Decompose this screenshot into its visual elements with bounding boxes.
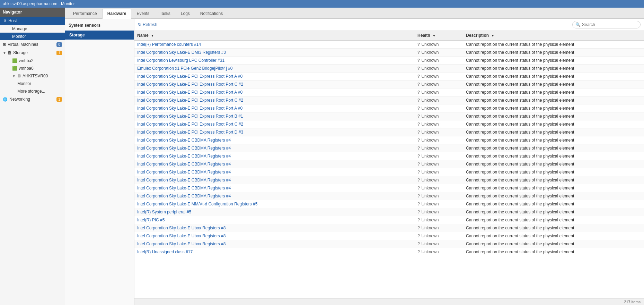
sidebar-item-vmhba2[interactable]: 🟩 vmhba2 [0, 57, 65, 65]
table-row[interactable]: Intel Corporation Sky Lake-E CBDMA Regis… [134, 144, 644, 152]
table-row[interactable]: Intel(R) Performance counters #14?Unknow… [134, 40, 644, 49]
cell-description: Cannot report on the current status of t… [463, 144, 644, 152]
table-row[interactable]: Intel(R) PIC #5?UnknownCannot report on … [134, 216, 644, 224]
sidebar-item-ahkitsvr00[interactable]: ▼ 🖥 AHKITSVR00 [0, 72, 65, 80]
monitor-sub-label: Monitor [17, 81, 31, 86]
cell-expand [456, 232, 463, 240]
table-row[interactable]: Intel Corporation Sky Lake-E PCI Express… [134, 128, 644, 136]
health-value: Unknown [421, 162, 439, 167]
cell-name: Intel Corporation Sky Lake-E PCI Express… [134, 81, 415, 88]
table-row[interactable]: Intel Corporation Sky Lake-E CBDMA Regis… [134, 160, 644, 168]
table-row[interactable]: Intel Corporation Sky Lake-E DMI3 Regist… [134, 49, 644, 57]
col-health[interactable]: Health ▼ [415, 31, 456, 40]
sidebar-item-virtual-machines[interactable]: ⊞ Virtual Machines 0 [0, 40, 65, 49]
cell-name: Intel Corporation Sky Lake-E CBDMA Regis… [134, 136, 415, 144]
sidebar-item-storage[interactable]: ▼ 🗄 Storage 1 [0, 49, 65, 57]
search-input[interactable] [582, 22, 637, 27]
table-row[interactable]: Intel Corporation Sky Lake-E CBDMA Regis… [134, 192, 644, 200]
cell-description: Cannot report on the current status of t… [463, 224, 644, 232]
cell-expand [456, 96, 463, 104]
table-row[interactable]: Emulex Corporation x1 PCle Gen2 Bridge[P… [134, 65, 644, 73]
sidebar-item-manage[interactable]: Manage [0, 25, 65, 33]
navigator-label: Navigator [3, 10, 22, 15]
question-mark-icon: ? [417, 130, 420, 135]
table-row[interactable]: Intel Corporation Sky Lake-E PCI Express… [134, 96, 644, 104]
cell-description: Cannot report on the current status of t… [463, 112, 644, 120]
cell-expand [456, 184, 463, 192]
cell-description: Cannot report on the current status of t… [463, 248, 644, 256]
cell-expand [456, 176, 463, 184]
sidebar-item-monitor-sub[interactable]: Monitor [0, 80, 65, 87]
cell-name: Intel Corporation Sky Lake-E CBDMA Regis… [134, 144, 415, 152]
host-label: Host [8, 18, 17, 23]
sidebar-item-vmhba0[interactable]: 🟩 vmhba0 [0, 65, 65, 72]
question-mark-icon: ? [417, 98, 420, 103]
tab-tasks[interactable]: Tasks [155, 9, 176, 18]
host-icon: 🖥 [3, 19, 7, 23]
table-row[interactable]: Intel Corporation Sky Lake-E CBDMA Regis… [134, 152, 644, 160]
table-row[interactable]: Intel Corporation Sky Lake-E PCI Express… [134, 120, 644, 128]
cell-expand [456, 81, 463, 88]
cell-description: Cannot report on the current status of t… [463, 168, 644, 176]
cell-description: Cannot report on the current status of t… [463, 184, 644, 192]
table-row[interactable]: Intel Corporation Sky Lake-E PCI Express… [134, 104, 644, 112]
cell-health: ?Unknown [415, 168, 456, 176]
sidebar-item-monitor[interactable]: Monitor [0, 33, 65, 40]
table-row[interactable]: Intel(R) System peripheral #5?UnknownCan… [134, 208, 644, 216]
cell-description: Cannot report on the current status of t… [463, 176, 644, 184]
table-row[interactable]: Intel Corporation Sky Lake-E CBDMA Regis… [134, 136, 644, 144]
table-row[interactable]: Intel Corporation Lewisburg LPC Controll… [134, 57, 644, 65]
col-name[interactable]: Name ▼ [134, 31, 415, 40]
table-row[interactable]: Intel Corporation Sky Lake-E PCI Express… [134, 88, 644, 96]
question-mark-icon: ? [417, 226, 420, 230]
tab-notifications[interactable]: Notifications [195, 9, 228, 18]
table-row[interactable]: Intel Corporation Sky Lake-E Ubox Regist… [134, 240, 644, 248]
question-mark-icon: ? [417, 210, 420, 214]
question-mark-icon: ? [417, 249, 420, 254]
table-row[interactable]: Intel Corporation Sky Lake-E PCI Express… [134, 73, 644, 81]
table-row[interactable]: Intel Corporation Sky Lake-E PCI Express… [134, 112, 644, 120]
question-mark-icon: ? [417, 50, 420, 55]
cell-health: ?Unknown [415, 176, 456, 184]
cell-name: Intel Corporation Sky Lake-E DMI3 Regist… [134, 49, 415, 57]
tab-performance[interactable]: Performance [68, 9, 102, 18]
navigator-header: Navigator [0, 8, 65, 17]
table-row[interactable]: Intel Corporation Sky Lake-E CBDMA Regis… [134, 168, 644, 176]
cell-health: ?Unknown [415, 200, 456, 208]
cell-expand [456, 200, 463, 208]
tab-hardware[interactable]: Hardware [102, 9, 132, 19]
cell-name: Intel Corporation Lewisburg LPC Controll… [134, 57, 415, 65]
cell-name: Intel Corporation Sky Lake-E CBDMA Regis… [134, 192, 415, 200]
tab-events[interactable]: Events [131, 9, 155, 18]
ahkit-arrow: ▼ [12, 74, 16, 78]
refresh-button[interactable]: ↻ Refresh [138, 22, 157, 27]
table-row[interactable]: Intel Corporation Sky Lake-E PCI Express… [134, 81, 644, 88]
table-row[interactable]: Intel Corporation Sky Lake-E CBDMA Regis… [134, 184, 644, 192]
storage-icon: 🗄 [8, 51, 11, 55]
table-row[interactable]: Intel(R) Unassigned class #17?UnknownCan… [134, 248, 644, 256]
storage-label: Storage [13, 50, 28, 55]
left-panel-storage[interactable]: Storage [65, 31, 134, 40]
tab-logs[interactable]: Logs [176, 9, 195, 18]
sidebar: Navigator 🖥 Host Manage Monitor ⊞ Virtua… [0, 8, 65, 305]
sidebar-item-host[interactable]: 🖥 Host [0, 17, 65, 25]
col-description[interactable]: Description ▼ [463, 31, 644, 40]
cell-health: ?Unknown [415, 160, 456, 168]
cell-description: Cannot report on the current status of t… [463, 104, 644, 112]
sidebar-item-more-storage[interactable]: More storage... [0, 87, 65, 95]
search-box: 🔍 [572, 21, 641, 28]
cell-name: Intel Corporation Sky Lake-E CBDMA Regis… [134, 168, 415, 176]
cell-name: Intel Corporation Sky Lake-E PCI Express… [134, 88, 415, 96]
question-mark-icon: ? [417, 202, 420, 206]
networking-label: Networking [9, 97, 30, 102]
sidebar-item-networking[interactable]: 🌐 Networking 1 [0, 95, 65, 103]
table-row[interactable]: Intel Corporation Sky Lake-E MM/Vt-d Con… [134, 200, 644, 208]
manage-label: Manage [12, 26, 27, 31]
table-row[interactable]: Intel Corporation Sky Lake-E Ubox Regist… [134, 224, 644, 232]
health-value: Unknown [421, 66, 439, 71]
cell-description: Cannot report on the current status of t… [463, 128, 644, 136]
more-storage-label: More storage... [17, 89, 45, 94]
table-row[interactable]: Intel Corporation Sky Lake-E CBDMA Regis… [134, 176, 644, 184]
table-row[interactable]: Intel Corporation Sky Lake-E Ubox Regist… [134, 232, 644, 240]
cell-description: Cannot report on the current status of t… [463, 192, 644, 200]
